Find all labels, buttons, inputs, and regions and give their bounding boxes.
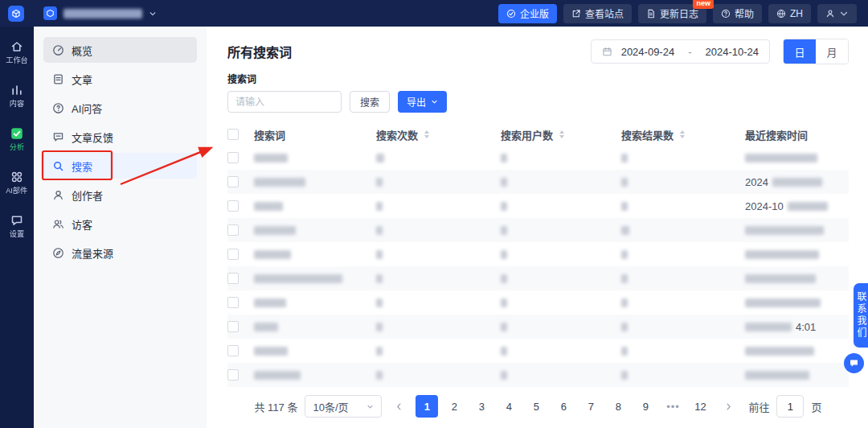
row-checkbox[interactable] — [227, 200, 239, 212]
row-checkbox-cell — [227, 297, 254, 308]
content-icon — [10, 84, 23, 97]
rail-item-settings[interactable]: 设置 — [0, 208, 34, 244]
search-term-cell — [254, 298, 376, 307]
last-search-time-cell — [745, 347, 849, 356]
redacted-search-term — [254, 202, 283, 211]
rail-item-content[interactable]: 内容 — [0, 78, 34, 113]
sidebar-item-creators[interactable]: 创作者 — [43, 182, 197, 208]
external-link-icon — [571, 9, 581, 19]
row-checkbox[interactable] — [227, 273, 239, 284]
row-checkbox[interactable] — [227, 297, 239, 308]
sort-icon[interactable] — [559, 130, 564, 138]
row-checkbox[interactable] — [227, 176, 239, 187]
rail-item-analysis[interactable]: 分析 — [0, 121, 34, 157]
search-count-cell — [376, 347, 501, 356]
row-checkbox-cell — [227, 249, 254, 260]
sidebar-item-label: 文章 — [72, 72, 92, 87]
sort-icon[interactable] — [424, 130, 429, 138]
help-button[interactable]: 帮助 — [713, 4, 762, 23]
column-header[interactable]: 搜索用户数 — [501, 127, 621, 142]
redacted-search-count — [376, 298, 383, 307]
column-header: 最近搜索时间 — [745, 127, 849, 142]
page-button-1[interactable]: 1 — [416, 395, 438, 418]
page-button-7[interactable]: 7 — [579, 395, 602, 418]
language-button[interactable]: ZH — [768, 4, 811, 23]
rail-item-ai-widgets[interactable]: AI部件 — [0, 165, 34, 200]
row-checkbox[interactable] — [227, 369, 239, 381]
rail-item-label: AI部件 — [6, 187, 27, 194]
redacted-time — [745, 323, 792, 331]
row-checkbox[interactable] — [227, 152, 239, 163]
page-size-select[interactable]: 10条/页 — [305, 395, 382, 418]
app-shell: 工作台内容分析AI部件设置 概览文章AI问答文章反馈搜索创作者访客流量来源 所有… — [0, 27, 868, 428]
goto-page-input[interactable] — [776, 395, 804, 418]
select-all-checkbox[interactable] — [227, 129, 239, 140]
day-toggle-button[interactable]: 日 — [784, 39, 816, 64]
question-circle-icon — [721, 9, 731, 19]
sidebar-item-ai-qa[interactable]: AI问答 — [43, 95, 197, 121]
search-users-cell — [501, 202, 621, 211]
row-checkbox[interactable] — [227, 249, 239, 260]
row-checkbox[interactable] — [227, 345, 239, 356]
page-ellipsis[interactable]: ••• — [661, 395, 684, 418]
app-logo-icon[interactable] — [8, 6, 24, 22]
search-users-cell — [501, 371, 621, 380]
search-button[interactable]: 搜索 — [350, 91, 390, 113]
search-results-cell — [621, 347, 745, 356]
primary-rail: 工作台内容分析AI部件设置 — [0, 27, 34, 428]
column-header-label: 最近搜索时间 — [745, 127, 808, 142]
page-button-4[interactable]: 4 — [497, 395, 520, 418]
month-toggle-button[interactable]: 月 — [816, 39, 848, 64]
goto-label: 前往 — [748, 399, 769, 414]
last-search-time-cell — [745, 154, 849, 163]
rail-item-workbench[interactable]: 工作台 — [0, 35, 34, 70]
account-menu-button[interactable] — [817, 4, 857, 23]
table-row — [227, 218, 849, 242]
search-results-cell — [621, 226, 745, 235]
sort-icon[interactable] — [680, 130, 685, 138]
sidebar-item-search[interactable]: 搜索 — [43, 153, 197, 179]
search-term-cell — [254, 178, 376, 187]
sidebar-item-visitors[interactable]: 访客 — [43, 211, 197, 237]
calendar-icon — [602, 47, 612, 57]
table-row — [227, 266, 849, 290]
sidebar-item-traffic-sources[interactable]: 流量来源 — [43, 240, 197, 265]
sidebar-item-overview[interactable]: 概览 — [43, 37, 197, 63]
redacted-time — [745, 274, 816, 283]
contact-us-button[interactable]: 联系我们 — [854, 283, 868, 348]
column-header[interactable]: 搜索次数 — [376, 127, 501, 142]
search-count-cell — [376, 274, 501, 283]
language-label: ZH — [790, 8, 803, 19]
redacted-search-count — [376, 347, 383, 356]
row-checkbox-cell — [227, 176, 254, 187]
page-button-6[interactable]: 6 — [552, 395, 575, 418]
row-checkbox[interactable] — [227, 224, 239, 236]
chat-bubble-button[interactable] — [844, 353, 864, 373]
table-row — [227, 339, 849, 363]
page-button-8[interactable]: 8 — [607, 395, 629, 418]
date-range-picker[interactable]: 2024-09-24 - 2024-10-24 — [591, 39, 770, 64]
page-button-5[interactable]: 5 — [525, 395, 547, 418]
sidebar-item-articles[interactable]: 文章 — [43, 66, 197, 92]
prev-page-button[interactable] — [389, 395, 408, 418]
page-button-9[interactable]: 9 — [634, 395, 657, 418]
enterprise-version-button[interactable]: 企业版 — [498, 4, 557, 23]
column-header[interactable]: 搜索结果数 — [621, 127, 745, 142]
redacted-search-count — [376, 371, 383, 380]
table-row: 2024 — [227, 170, 849, 194]
search-term-input[interactable] — [227, 91, 342, 113]
export-button[interactable]: 导出 — [398, 91, 447, 113]
workspace-switcher[interactable] — [43, 6, 157, 20]
sidebar-item-article-feedback[interactable]: 文章反馈 — [43, 124, 197, 150]
table-row — [227, 290, 849, 315]
page-button-2[interactable]: 2 — [443, 395, 465, 418]
changelog-button[interactable]: 更新日志 new — [638, 4, 706, 23]
search-terms-table: 搜索词搜索次数搜索用户数搜索结果数最近搜索时间 20242024-104:01 — [227, 123, 849, 387]
redacted-time — [788, 202, 828, 211]
page-button-3[interactable]: 3 — [470, 395, 493, 418]
page-button-12[interactable]: 12 — [689, 395, 711, 418]
view-site-button[interactable]: 查看站点 — [563, 4, 632, 23]
next-page-button[interactable] — [719, 395, 738, 418]
row-checkbox[interactable] — [227, 321, 239, 332]
row-checkbox-cell — [227, 345, 254, 356]
